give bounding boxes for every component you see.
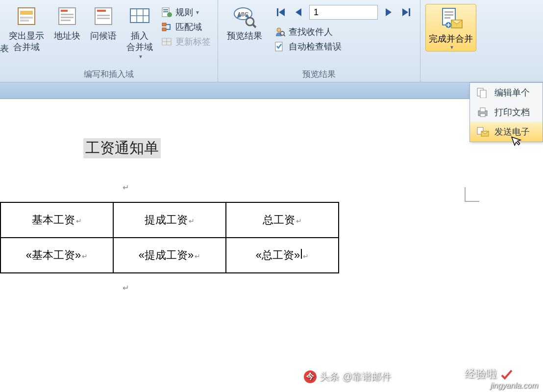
svg-rect-30 xyxy=(277,8,278,16)
button-label: 完成并合并 xyxy=(429,33,473,45)
first-record-button[interactable] xyxy=(274,5,288,19)
svg-marker-31 xyxy=(279,8,285,16)
rules-button[interactable]: 规则 ▼ xyxy=(158,5,214,20)
svg-rect-18 xyxy=(163,9,168,10)
svg-rect-48 xyxy=(480,90,486,98)
print-docs-item[interactable]: 打印文档 xyxy=(470,102,543,122)
ribbon-group-finish: 完成并合并 ▼ xyxy=(420,0,481,82)
svg-rect-7 xyxy=(61,17,74,18)
auto-check-errors-button[interactable]: 自动检查错误 xyxy=(271,39,416,54)
svg-point-20 xyxy=(167,12,172,17)
dropdown-arrow-icon: ▼ xyxy=(449,45,454,50)
svg-line-38 xyxy=(284,35,285,36)
svg-rect-50 xyxy=(480,108,485,112)
address-block-button[interactable]: 地址块 xyxy=(49,3,85,43)
greeting-line-icon xyxy=(91,4,116,28)
button-label: 预览结果 xyxy=(227,30,262,42)
table-row: «基本工资»↵ «提成工资»↵ «总工资»↵ xyxy=(0,238,339,273)
send-email-item[interactable]: 发送电子 xyxy=(470,122,543,142)
table-header-cell[interactable]: 提成工资↵ xyxy=(113,202,226,238)
group-label: 预览结果 xyxy=(302,67,336,81)
svg-rect-6 xyxy=(61,14,74,15)
button-label: 问候语 xyxy=(90,30,117,42)
email-icon xyxy=(476,126,490,138)
match-fields-icon xyxy=(161,21,173,33)
insert-merge-field-icon xyxy=(127,4,152,28)
ribbon-group-write-insert: 突出显示 合并域 地址块 问候语 插入 合并域 ▼ xyxy=(0,0,218,82)
prev-record-button[interactable] xyxy=(292,5,305,19)
finish-merge-dropdown: 编辑单个 打印文档 发送电子 xyxy=(469,82,543,142)
svg-rect-43 xyxy=(444,17,450,19)
update-labels-button: 更新标签 xyxy=(158,34,214,49)
svg-rect-2 xyxy=(20,17,33,19)
svg-marker-32 xyxy=(296,8,301,16)
update-labels-icon xyxy=(161,36,173,48)
item-label: 查找收件人 xyxy=(289,26,333,38)
svg-rect-19 xyxy=(163,11,168,12)
menu-item-label: 打印文档 xyxy=(494,106,530,118)
paragraph-mark: ↵ xyxy=(123,283,543,293)
table-field-cell[interactable]: «总工资»↵ xyxy=(226,238,339,273)
button-label: 地址块 xyxy=(54,30,80,42)
document-area: 工资通知单 ↵ 基本工资↵ 提成工资↵ 总工资↵ «基本工资»↵ «提成工资»↵… xyxy=(0,99,543,392)
svg-point-28 xyxy=(246,18,254,25)
dropdown-arrow-icon: ▼ xyxy=(195,10,200,15)
rules-icon xyxy=(161,6,173,18)
svg-rect-1 xyxy=(20,11,33,15)
greeting-line-button[interactable]: 问候语 xyxy=(85,3,122,43)
svg-rect-41 xyxy=(444,11,453,13)
menu-item-label: 编辑单个 xyxy=(494,87,530,98)
svg-rect-11 xyxy=(97,15,110,16)
preview-results-button[interactable]: ABC 预览结果 xyxy=(222,3,267,43)
record-navigation xyxy=(271,5,416,20)
svg-line-29 xyxy=(253,24,256,27)
address-block-icon xyxy=(55,4,79,28)
button-label: 突出显示 合并域 xyxy=(9,30,44,53)
svg-rect-3 xyxy=(20,20,29,22)
svg-rect-10 xyxy=(97,10,106,12)
watermark-jingyan: 经验啦 xyxy=(465,367,514,381)
svg-rect-22 xyxy=(162,28,166,31)
record-number-input[interactable] xyxy=(309,5,378,20)
table-row: 基本工资↵ 提成工资↵ 总工资↵ xyxy=(0,202,339,238)
finish-merge-icon xyxy=(439,6,463,31)
watermark-url: jingyanla.com xyxy=(490,381,538,390)
svg-rect-8 xyxy=(61,20,71,21)
insert-merge-field-button[interactable]: 插入 合并域 ▼ xyxy=(122,3,158,61)
page-corner-mark xyxy=(465,187,479,202)
svg-marker-34 xyxy=(402,8,408,16)
check-errors-icon xyxy=(274,41,286,52)
svg-rect-0 xyxy=(18,8,35,24)
highlight-fields-icon xyxy=(14,4,39,28)
item-label: 自动检查错误 xyxy=(289,41,342,52)
ribbon-group-preview: ABC 预览结果 xyxy=(218,0,420,82)
find-recipient-button[interactable]: 查找收件人 xyxy=(271,24,416,39)
toutiao-logo-icon: 今 xyxy=(304,370,317,383)
svg-marker-33 xyxy=(386,8,392,16)
item-label: 匹配域 xyxy=(175,21,202,33)
table-header-cell[interactable]: 基本工资↵ xyxy=(0,202,113,238)
svg-point-36 xyxy=(277,28,281,32)
next-record-button[interactable] xyxy=(382,5,395,19)
find-recipient-icon xyxy=(274,26,286,38)
salary-table: 基本工资↵ 提成工资↵ 总工资↵ «基本工资»↵ «提成工资»↵ «总工资»↵ xyxy=(0,202,339,273)
highlight-merge-fields-button[interactable]: 突出显示 合并域 xyxy=(4,3,49,54)
svg-rect-12 xyxy=(97,18,110,19)
ribbon: 表 突出显示 合并域 地址块 问候语 xyxy=(0,0,543,82)
document-title[interactable]: 工资通知单 xyxy=(83,138,161,158)
table-field-cell[interactable]: «基本工资»↵ xyxy=(0,238,113,273)
match-fields-button[interactable]: 匹配域 xyxy=(158,20,214,34)
table-header-cell[interactable]: 总工资↵ xyxy=(226,202,339,238)
last-record-button[interactable] xyxy=(399,5,413,19)
finish-merge-button[interactable]: 完成并合并 ▼ xyxy=(425,4,476,51)
svg-rect-35 xyxy=(409,8,410,16)
svg-rect-5 xyxy=(61,10,68,12)
svg-rect-42 xyxy=(444,14,453,16)
group-label: 编写和插入域 xyxy=(84,67,134,81)
edit-individual-docs-item[interactable]: 编辑单个 xyxy=(470,83,543,102)
edit-docs-icon xyxy=(476,87,490,98)
print-icon xyxy=(476,106,490,118)
svg-marker-55 xyxy=(512,134,522,146)
table-field-cell[interactable]: «提成工资»↵ xyxy=(113,238,226,273)
item-label: 规则 xyxy=(175,6,193,18)
